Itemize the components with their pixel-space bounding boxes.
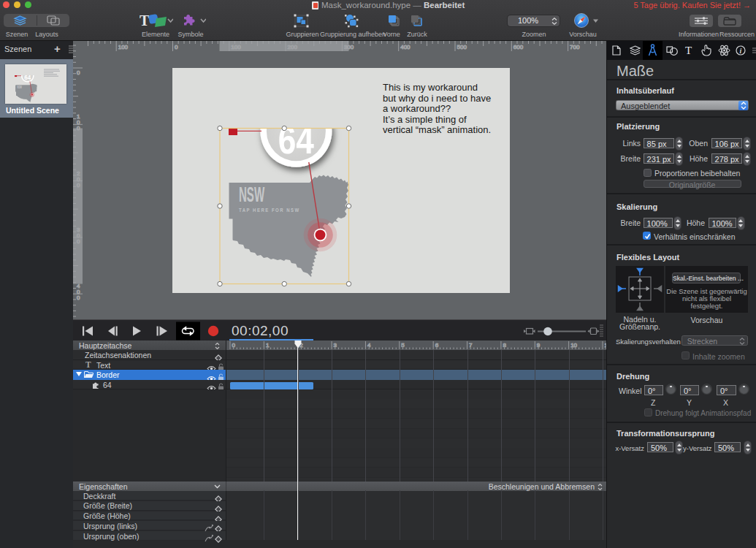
svg-text:400: 400 bbox=[77, 283, 80, 301]
svg-text:600: 600 bbox=[513, 44, 524, 50]
svg-text:400: 400 bbox=[400, 44, 411, 50]
svg-text:100: 100 bbox=[118, 44, 129, 50]
svg-text:200: 200 bbox=[288, 44, 298, 50]
svg-text:i: i bbox=[740, 47, 742, 55]
svg-text:700: 700 bbox=[570, 44, 580, 50]
svg-text:This is my workaround: This is my workaround bbox=[383, 82, 478, 93]
svg-text:500: 500 bbox=[457, 44, 467, 50]
svg-text:vertical “mask” animation.: vertical “mask” animation. bbox=[383, 124, 491, 135]
svg-text:TAP HERE FOR NSW: TAP HERE FOR NSW bbox=[239, 207, 300, 213]
svg-text:a workaround??: a workaround?? bbox=[383, 103, 451, 114]
svg-text:0: 0 bbox=[175, 44, 178, 50]
svg-text:300: 300 bbox=[344, 44, 354, 50]
svg-text:300: 300 bbox=[77, 227, 80, 245]
svg-text:100: 100 bbox=[231, 44, 241, 50]
svg-text:200: 200 bbox=[77, 170, 80, 189]
svg-text:T: T bbox=[140, 12, 150, 28]
svg-text:64: 64 bbox=[24, 74, 31, 82]
svg-text:T: T bbox=[685, 45, 692, 56]
svg-text:10: 10 bbox=[570, 342, 577, 349]
svg-text:NSW: NSW bbox=[239, 183, 264, 207]
svg-text:It’s a simple thing of: It’s a simple thing of bbox=[383, 114, 467, 125]
svg-text:0: 0 bbox=[77, 69, 80, 76]
svg-text:but why do i need to have: but why do i need to have bbox=[383, 93, 491, 104]
svg-text:NSW: NSW bbox=[18, 85, 22, 89]
svg-text:100: 100 bbox=[77, 113, 80, 132]
